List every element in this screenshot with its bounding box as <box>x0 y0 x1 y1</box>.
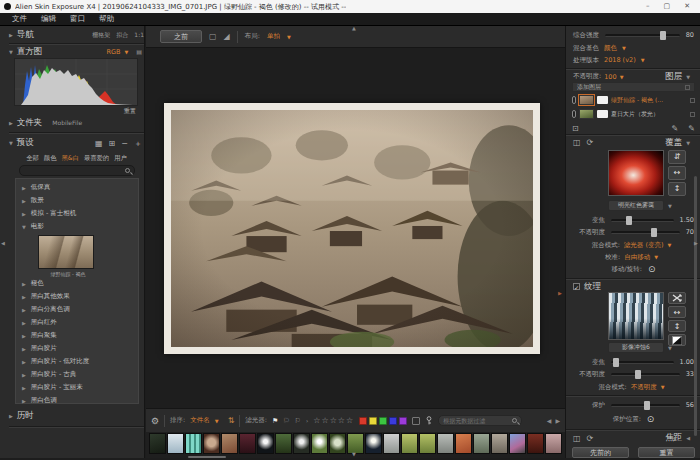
reset-section-icon[interactable]: ⟳ <box>587 434 594 443</box>
filmstrip-thumbnail[interactable] <box>203 433 220 454</box>
texture-shuffle-icon[interactable] <box>668 292 686 304</box>
thumbnails-view-icon[interactable]: ▦ <box>95 139 103 148</box>
layer-dot-icon[interactable] <box>690 112 695 117</box>
filmstrip-thumbnail[interactable] <box>185 433 202 454</box>
flag-unflagged-icon[interactable]: ⚐ <box>295 416 301 426</box>
collapse-filmstrip-arrow[interactable]: ▼ <box>352 451 356 457</box>
filmstrip-thumbnail[interactable] <box>311 433 328 454</box>
preset-category[interactable]: ▶ 黑白红外 <box>16 316 138 329</box>
layer-visibility-toggle[interactable] <box>572 110 576 118</box>
filmstrip-thumbnail[interactable] <box>455 433 472 454</box>
preset-category[interactable]: ▶ 低保真 <box>16 181 138 194</box>
reset-button[interactable]: 重置 <box>638 447 695 458</box>
preset-tab[interactable]: 颜色 <box>44 154 57 163</box>
copy-settings-icon[interactable]: ◫ <box>573 138 581 147</box>
add-layer-button[interactable]: 添加图层 <box>572 82 695 92</box>
preset-tab[interactable]: 最喜爱的 <box>84 154 109 163</box>
preset-search[interactable] <box>19 165 135 176</box>
preview-split-icon[interactable]: ▢ <box>209 32 217 41</box>
layer-visibility-toggle[interactable] <box>572 96 576 104</box>
key-icon[interactable] <box>425 416 433 425</box>
filmstrip-thumbnail[interactable] <box>527 433 544 454</box>
collapse-toolbar-arrow[interactable]: ▲ <box>352 25 356 31</box>
preset-tab[interactable]: 用户 <box>114 154 127 163</box>
process-version-dropdown[interactable]: 2018 (v2) <box>604 56 636 64</box>
gear-icon[interactable]: ⚙ <box>151 416 159 426</box>
color-chip[interactable] <box>359 417 367 425</box>
texture-preview-thumbnail[interactable] <box>608 292 664 340</box>
menu-item[interactable]: 编辑 <box>35 14 62 24</box>
filmstrip-thumbnail[interactable] <box>293 433 310 454</box>
collapse-left-panel-arrow[interactable]: ◀ <box>1 240 5 246</box>
previous-image-arrow[interactable]: ◀ <box>547 417 552 424</box>
color-chip[interactable] <box>389 417 397 425</box>
texture-enable-checkbox[interactable]: ✓ <box>573 283 580 290</box>
menu-item[interactable]: 文件 <box>6 14 33 24</box>
flag-reject-icon[interactable]: ⚑ <box>283 416 289 426</box>
slider-thumb[interactable] <box>651 228 657 237</box>
slider-thumb[interactable] <box>644 401 650 410</box>
remove-preset-icon[interactable]: − <box>121 139 128 148</box>
right-panel-scrollbar[interactable] <box>694 176 697 436</box>
layout-dropdown[interactable]: 单拍 <box>267 32 280 41</box>
star-rating-filter[interactable]: ☆☆☆☆☆ <box>313 416 354 425</box>
folder-item-mobilefile[interactable]: MobileFile <box>52 119 82 126</box>
preset-category[interactable]: ▶ 黑白聚集 <box>16 329 138 342</box>
brush-edit-icon[interactable]: ✎ <box>672 124 679 133</box>
preset-category[interactable]: ▶ 黑白胶片 - 低对比度 <box>16 355 138 368</box>
histogram-menu-icon[interactable]: ▤ <box>136 48 142 55</box>
preset-thumbnail[interactable] <box>38 235 94 269</box>
filmstrip-thumbnail[interactable] <box>329 433 346 454</box>
layer-mask-swatch[interactable] <box>597 96 608 104</box>
protect-position-target-icon[interactable]: ⊙ <box>647 415 655 424</box>
folders-header[interactable]: ▶ 文件夹 MobileFile <box>9 116 144 129</box>
sort-dropdown[interactable]: 文件名 <box>190 416 210 425</box>
intensity-slider[interactable] <box>605 34 680 37</box>
preset-category[interactable]: ▶ 黑白胶片 <box>16 342 138 355</box>
slider-thumb[interactable] <box>613 358 619 367</box>
filmstrip-thumbnail[interactable] <box>491 433 508 454</box>
reset-section-icon[interactable]: ⟳ <box>587 138 594 147</box>
filmstrip-thumbnail[interactable] <box>257 433 274 454</box>
preset-category[interactable]: ▶ 黑白胶片 - 宝丽来 <box>16 381 138 394</box>
protect-slider[interactable] <box>611 404 680 407</box>
metadata-filter-search[interactable] <box>438 415 522 426</box>
histogram-reset-button[interactable]: 重置 <box>124 107 136 116</box>
sort-direction-icon[interactable]: ⇅ <box>228 416 235 425</box>
minimize-button[interactable]: – <box>646 0 650 13</box>
overlay-preview-thumbnail[interactable] <box>608 150 664 196</box>
preset-category-expanded[interactable]: ▼ 电影 <box>16 220 138 233</box>
preset-category[interactable]: ▶ 黑白其他效果 <box>16 290 138 303</box>
overlay-flip-vertical-button[interactable]: ↕ <box>668 182 686 196</box>
before-button[interactable]: 之前 <box>160 30 202 43</box>
close-button[interactable]: ✕ <box>684 0 690 13</box>
color-chip-none[interactable] <box>412 417 420 425</box>
texture-flip-horizontal-icon[interactable]: ↔ <box>668 306 686 318</box>
filmstrip-thumbnail[interactable] <box>149 433 166 454</box>
filmstrip-thumbnail[interactable] <box>383 433 400 454</box>
overlay-preset-dropdown[interactable]: 明亮红色雾霭 <box>608 200 664 211</box>
layer-opacity-dropdown[interactable]: 100 <box>604 73 616 81</box>
fit-button[interactable]: 拟合 <box>116 31 128 40</box>
expand-right-panel-arrow[interactable]: ▶ <box>558 290 562 296</box>
layer-mask-swatch[interactable] <box>597 110 608 118</box>
layer-dot-icon[interactable] <box>690 98 695 103</box>
layer-row[interactable]: 夏日大片（发光） <box>572 108 695 120</box>
slider-thumb[interactable] <box>626 216 632 225</box>
preset-category[interactable]: ▶ 黑白胶片 - 古典 <box>16 368 138 381</box>
layer-row[interactable]: 绿野仙踪 - 褐色 (… <box>572 94 695 106</box>
overlay-shuffle-button[interactable]: ⇵ <box>668 150 686 164</box>
collapse-right-panel-arrow[interactable]: ▶ <box>694 240 698 246</box>
preset-category[interactable]: ▶ 散景 <box>16 194 138 207</box>
color-chip[interactable] <box>369 417 377 425</box>
menu-item[interactable]: 窗口 <box>64 14 91 24</box>
filmstrip-thumbnail[interactable] <box>419 433 436 454</box>
pencil-edit-icon[interactable]: ✎ <box>688 124 695 133</box>
crop-icon[interactable]: ⊡ <box>572 124 579 133</box>
color-chip[interactable] <box>379 417 387 425</box>
preview-wedge-icon[interactable]: ◢ <box>224 32 230 41</box>
filmstrip-thumbnail[interactable] <box>401 433 418 454</box>
filmstrip-thumbnail[interactable] <box>239 433 256 454</box>
texture-zoom-slider[interactable] <box>611 361 674 364</box>
compact-view-icon[interactable]: ⊞ <box>109 139 116 148</box>
